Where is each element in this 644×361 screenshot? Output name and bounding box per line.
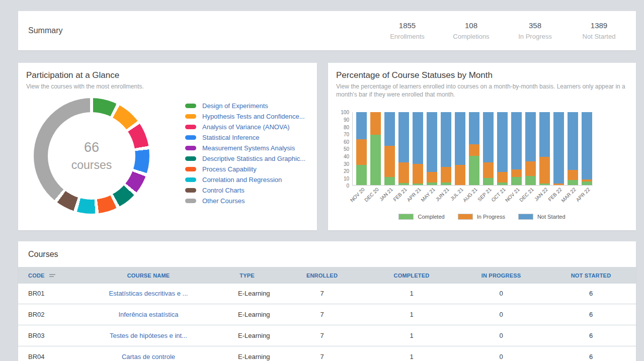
bar-segment-not-started bbox=[568, 112, 578, 170]
bar-segment-completed bbox=[511, 177, 522, 185]
y-tick-label: 20 bbox=[344, 169, 349, 174]
bar-chart: 0102030405060708090100 NOV 20DEC 20JAN 2… bbox=[336, 112, 628, 220]
metric-label: Completions bbox=[439, 33, 503, 40]
course-type: E-Learning bbox=[217, 332, 277, 339]
legend-label[interactable]: Other Courses bbox=[202, 197, 245, 205]
courses-title: Courses bbox=[18, 250, 636, 259]
bar-segment-not-started bbox=[539, 112, 550, 156]
bar-segment-in-progress bbox=[398, 162, 409, 183]
table-row: BR03Testes de hipóteses e int...E-Learni… bbox=[18, 326, 636, 347]
column-header-label: IN PROGRESS bbox=[481, 273, 521, 279]
course-code: BR02 bbox=[18, 311, 80, 318]
column-header-label: CODE bbox=[28, 273, 45, 279]
bar-segment-not-started bbox=[384, 112, 395, 146]
course-name-link[interactable]: Estatísticas descritivas e ... bbox=[80, 290, 217, 297]
course-in-progress: 0 bbox=[456, 290, 546, 297]
stacked-bar bbox=[356, 112, 367, 185]
summary-title: Summary bbox=[28, 26, 62, 35]
course-not-started: 6 bbox=[546, 353, 636, 360]
course-enrolled: 7 bbox=[277, 290, 367, 297]
bar-segment-in-progress bbox=[384, 146, 395, 177]
y-tick-label: 80 bbox=[344, 125, 349, 130]
legend-label[interactable]: Design of Experiments bbox=[202, 102, 268, 110]
column-header-label: COMPLETED bbox=[394, 273, 430, 279]
courses-card: Courses CODECOURSE NAMETYPEENROLLEDCOMPL… bbox=[18, 241, 636, 361]
donut-legend-item: Design of Experiments bbox=[185, 101, 305, 111]
column-header-in-progress[interactable]: IN PROGRESS bbox=[456, 273, 546, 279]
legend-label[interactable]: Process Capability bbox=[202, 165, 257, 173]
legend-swatch bbox=[185, 125, 196, 129]
legend-label[interactable]: Statistical Inference bbox=[202, 134, 259, 141]
legend-label[interactable]: Descriptive Statistics and Graphic... bbox=[202, 155, 305, 162]
stacked-bar bbox=[413, 112, 423, 185]
legend-label[interactable]: Hypothesis Tests and Confidence... bbox=[202, 113, 305, 120]
bar-segment-in-progress bbox=[413, 164, 423, 184]
legend-label: Completed bbox=[418, 214, 444, 220]
legend-swatch bbox=[185, 199, 196, 203]
summary-metric: 108Completions bbox=[439, 21, 503, 40]
sort-icon[interactable] bbox=[49, 274, 55, 277]
participation-card: Participation at a Glance View the cours… bbox=[18, 63, 317, 230]
course-name-link[interactable]: Cartas de controle bbox=[80, 353, 217, 360]
participation-title: Participation at a Glance bbox=[26, 70, 309, 80]
stacked-bar bbox=[398, 112, 409, 185]
stacked-bar bbox=[525, 112, 536, 185]
stacked-bar bbox=[483, 112, 494, 185]
column-header-not-started[interactable]: NOT STARTED bbox=[546, 273, 636, 279]
bar-segment-in-progress bbox=[568, 170, 578, 180]
legend-swatch bbox=[185, 188, 196, 193]
bar-segment-completed bbox=[356, 165, 367, 186]
legend-label[interactable]: Measurement Systems Analysis bbox=[202, 144, 295, 152]
donut-legend-item: Analysis of Variance (ANOVA) bbox=[185, 122, 305, 132]
y-tick-label: 40 bbox=[344, 154, 349, 159]
bar-segment-not-started bbox=[582, 112, 592, 179]
metric-label: Not Started bbox=[567, 33, 631, 40]
bar-segment-in-progress bbox=[441, 167, 451, 182]
bar-segment-not-started bbox=[398, 112, 409, 162]
stacked-bar bbox=[469, 112, 479, 185]
legend-swatch bbox=[185, 167, 196, 171]
bar-segment-completed bbox=[413, 184, 423, 185]
bar-segment-in-progress bbox=[497, 172, 508, 182]
summary-metrics: 1855Enrollments108Completions358In Progr… bbox=[375, 21, 631, 40]
metric-value: 1389 bbox=[567, 21, 631, 30]
legend-label[interactable]: Correlation and Regression bbox=[202, 176, 282, 184]
legend-swatch bbox=[185, 114, 196, 119]
course-name-link[interactable]: Testes de hipóteses e int... bbox=[80, 332, 217, 339]
bar-segment-not-started bbox=[497, 112, 508, 172]
column-header-label: COURSE NAME bbox=[127, 273, 170, 279]
summary-metric: 1389Not Started bbox=[567, 21, 631, 40]
donut-legend-item: Statistical Inference bbox=[185, 132, 305, 143]
bar-segment-not-started bbox=[441, 112, 451, 167]
metric-value: 1855 bbox=[375, 21, 439, 30]
column-header-type[interactable]: TYPE bbox=[217, 273, 277, 279]
table-row: BR04Cartas de controleE-Learning7106 bbox=[18, 347, 636, 361]
donut-legend-item: Descriptive Statistics and Graphic... bbox=[185, 153, 305, 164]
legend-swatch bbox=[185, 146, 196, 150]
column-header-code[interactable]: CODE bbox=[18, 273, 80, 279]
course-name-link[interactable]: Inferência estatística bbox=[80, 311, 217, 318]
stacked-bar bbox=[539, 112, 550, 185]
bar-segment-completed bbox=[398, 183, 409, 185]
donut-center-label: courses bbox=[71, 158, 112, 172]
donut-chart-wrap: 66 courses bbox=[34, 98, 149, 214]
course-completed: 1 bbox=[367, 332, 456, 339]
bar-segment-in-progress bbox=[553, 184, 564, 185]
column-header-course-name[interactable]: COURSE NAME bbox=[80, 273, 217, 279]
column-header-completed[interactable]: COMPLETED bbox=[367, 273, 456, 279]
legend-label[interactable]: Control Charts bbox=[202, 187, 245, 194]
donut-center-value: 66 bbox=[84, 140, 99, 155]
bar-legend-item: Not Started bbox=[518, 214, 566, 220]
course-type: E-Learning bbox=[217, 353, 277, 360]
donut-legend-item: Measurement Systems Analysis bbox=[185, 143, 305, 153]
bar-legend-item: Completed bbox=[398, 214, 444, 220]
bar-segment-completed bbox=[582, 182, 592, 185]
metric-label: In Progress bbox=[503, 33, 567, 40]
legend-swatch bbox=[185, 177, 196, 182]
column-header-enrolled[interactable]: ENROLLED bbox=[277, 273, 367, 279]
stacked-bar bbox=[441, 112, 451, 185]
bar-chart-y-axis: 0102030405060708090100 bbox=[336, 112, 352, 186]
courses-table-body: BR01Estatísticas descritivas e ...E-Lear… bbox=[18, 284, 636, 361]
legend-label[interactable]: Analysis of Variance (ANOVA) bbox=[202, 123, 290, 131]
stacked-bar bbox=[511, 112, 522, 185]
